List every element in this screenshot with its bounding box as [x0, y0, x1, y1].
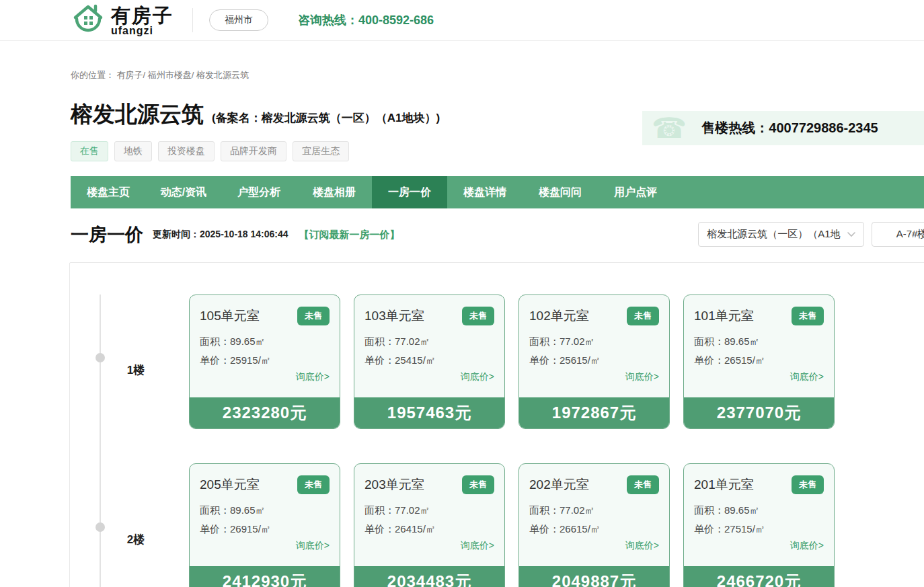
ask-bottom-price-link[interactable]: 询底价> [364, 371, 494, 383]
tab-reviews[interactable]: 用户点评 [598, 176, 673, 208]
area-value: 77.02㎡ [560, 336, 595, 347]
breadcrumb[interactable]: 你的位置： 有房子/ 福州市楼盘/ 榕发北源云筑 [71, 69, 249, 81]
ask-bottom-price-link[interactable]: 询底价> [694, 371, 824, 383]
building-select[interactable]: 榕发北源云筑（一区）（A1地 [698, 222, 864, 247]
tab-home[interactable]: 楼盘主页 [71, 176, 146, 208]
section-header: 一房一价 更新时间：2025-10-18 14:06:44 【订阅最新一房一价】 [71, 223, 400, 247]
tab-details[interactable]: 楼盘详情 [447, 176, 523, 208]
tab-unit-prices[interactable]: 一房一价 [372, 176, 447, 208]
telephone-icon: ☎ [652, 114, 687, 143]
total-price-bar: 2377070元 [684, 397, 834, 428]
unit-card[interactable]: 202单元室 未售 面积：77.02㎡ 单价：26615/㎡ 询底价> 2049… [518, 463, 670, 587]
area-label: 面积： [200, 336, 230, 347]
ask-bottom-price-link[interactable]: 询底价> [694, 540, 824, 552]
unit-select-value: A-7#楼 [896, 228, 924, 241]
house-logo-icon [71, 3, 106, 38]
total-price-bar: 2466720元 [684, 566, 834, 587]
tag-subway: 地铁 [114, 141, 152, 161]
unit-price-panel: 1楼 2楼 105单元室 未售 面积：89.65㎡ 单价：25915/㎡ 询底价… [69, 262, 924, 587]
logo-en: ufangzi [111, 26, 174, 36]
unit-price-value: 26515/㎡ [724, 354, 765, 366]
tab-news[interactable]: 动态/资讯 [146, 176, 221, 208]
unit-card-body: 101单元室 未售 面积：89.65㎡ 单价：26515/㎡ 询底价> [684, 295, 834, 383]
unit-card[interactable]: 203单元室 未售 面积：77.02㎡ 单价：26415/㎡ 询底价> 2034… [354, 463, 505, 587]
unit-card-body: 103单元室 未售 面积：77.02㎡ 单价：25415/㎡ 询底价> [354, 295, 504, 383]
status-badge: 未售 [627, 307, 659, 325]
unit-card[interactable]: 201单元室 未售 面积：89.65㎡ 单价：27515/㎡ 询底价> 2466… [683, 463, 835, 587]
unit-card[interactable]: 103单元室 未售 面积：77.02㎡ 单价：25415/㎡ 询底价> 1957… [354, 295, 505, 429]
area-value: 89.65㎡ [230, 336, 266, 347]
status-badge: 未售 [792, 307, 824, 325]
tag-on-sale: 在售 [71, 141, 108, 161]
site-header: 有房子 ufangzi 福州市 咨询热线：400-8592-686 [0, 0, 924, 41]
timeline-line [100, 295, 101, 587]
unit-card-body: 102单元室 未售 面积：77.02㎡ 单价：25615/㎡ 询底价> [519, 295, 669, 383]
area-label: 面积： [529, 504, 560, 516]
update-time: 更新时间：2025-10-18 14:06:44 [153, 229, 288, 241]
update-time-value: 2025-10-18 14:06:44 [200, 229, 288, 239]
sales-hotline: 售楼热线：4007729886-2345 [701, 119, 878, 137]
unit-name: 103单元室 [364, 307, 424, 325]
sales-hotline-number: 4007729886-2345 [769, 120, 878, 135]
tab-photo-album[interactable]: 楼盘相册 [297, 176, 372, 208]
unit-card-body: 202单元室 未售 面积：77.02㎡ 单价：26615/㎡ 询底价> [519, 464, 669, 552]
ask-bottom-price-link[interactable]: 询底价> [529, 371, 659, 383]
status-badge: 未售 [462, 475, 494, 494]
unit-card[interactable]: 101单元室 未售 面积：89.65㎡ 单价：26515/㎡ 询底价> 2377… [683, 295, 835, 429]
status-badge: 未售 [297, 307, 330, 325]
update-time-label: 更新时间： [153, 229, 200, 239]
total-price-bar: 2034483元 [354, 566, 504, 587]
unit-price-value: 27515/㎡ [724, 523, 765, 535]
area-value: 77.02㎡ [395, 504, 430, 516]
ask-bottom-price-link[interactable]: 询底价> [200, 371, 330, 383]
chevron-down-icon [847, 232, 855, 237]
total-price-bar: 1957463元 [354, 397, 504, 428]
total-price-bar: 2049887元 [519, 566, 669, 587]
site-logo[interactable]: 有房子 ufangzi [71, 3, 174, 38]
unit-price-value: 25615/㎡ [560, 354, 601, 366]
unit-card[interactable]: 205单元室 未售 面积：89.65㎡ 单价：26915/㎡ 询底价> 2412… [189, 463, 340, 587]
status-badge: 未售 [297, 475, 330, 494]
area-value: 77.02㎡ [395, 336, 430, 347]
sales-hotline-label: 售楼热线： [701, 120, 769, 135]
unit-price-label: 单价： [529, 354, 560, 366]
unit-price-value: 26415/㎡ [395, 523, 436, 535]
status-badge: 未售 [627, 475, 659, 494]
header-divider [192, 8, 193, 32]
unit-card-body: 205单元室 未售 面积：89.65㎡ 单价：26915/㎡ 询底价> [190, 464, 340, 552]
property-nav: 楼盘主页 动态/资讯 户型分析 楼盘相册 一房一价 楼盘详情 楼盘问问 用户点评 [71, 176, 924, 208]
tab-qa[interactable]: 楼盘问问 [523, 176, 598, 208]
page-title: 榕发北源云筑 [71, 100, 204, 130]
unit-price-label: 单价： [200, 523, 230, 535]
area-label: 面积： [364, 336, 395, 347]
floor-label-2: 2楼 [109, 532, 163, 547]
unit-name: 205单元室 [200, 476, 260, 494]
ask-bottom-price-link[interactable]: 询底价> [529, 540, 659, 552]
unit-price-label: 单价： [364, 523, 395, 535]
unit-price-value: 25415/㎡ [395, 354, 436, 366]
city-selector[interactable]: 福州市 [209, 9, 268, 31]
unit-price-label: 单价： [364, 354, 395, 366]
area-label: 面积： [529, 336, 560, 347]
unit-price-value: 26615/㎡ [560, 523, 601, 535]
ask-bottom-price-link[interactable]: 询底价> [364, 540, 494, 552]
tag-livable: 宜居生态 [293, 141, 349, 161]
unit-card[interactable]: 102单元室 未售 面积：77.02㎡ 单价：25615/㎡ 询底价> 1972… [518, 295, 670, 429]
subscribe-link[interactable]: 【订阅最新一房一价】 [299, 229, 400, 241]
unit-price-label: 单价： [200, 354, 230, 366]
sales-hotline-band: ☎ 售楼热线：4007729886-2345 [642, 111, 924, 145]
total-price-bar: 1972867元 [519, 397, 669, 428]
area-value: 89.65㎡ [724, 504, 760, 516]
unit-name: 201单元室 [694, 476, 754, 494]
unit-name: 105单元室 [200, 307, 260, 325]
area-label: 面积： [364, 504, 395, 516]
status-badge: 未售 [462, 307, 494, 325]
area-value: 77.02㎡ [560, 504, 595, 516]
unit-price-label: 单价： [529, 523, 560, 535]
ask-bottom-price-link[interactable]: 询底价> [200, 540, 330, 552]
unit-name: 101单元室 [694, 307, 754, 325]
unit-select[interactable]: A-7#楼 [872, 222, 924, 247]
unit-card[interactable]: 105单元室 未售 面积：89.65㎡ 单价：25915/㎡ 询底价> 2323… [189, 295, 340, 429]
tab-layout-analysis[interactable]: 户型分析 [221, 176, 297, 208]
unit-card-body: 203单元室 未售 面积：77.02㎡ 单价：26415/㎡ 询底价> [354, 464, 504, 552]
